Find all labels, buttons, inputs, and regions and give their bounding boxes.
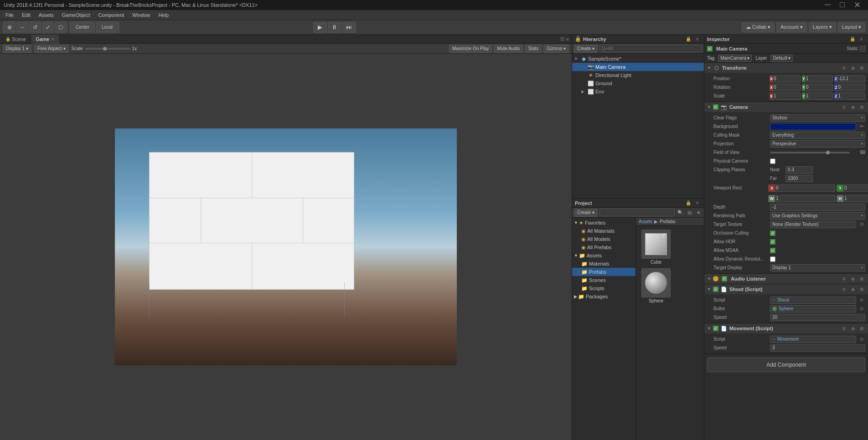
minimize-btn[interactable]: ─ [825, 0, 831, 10]
gizmos-dropdown[interactable]: Gizmos ▾ [543, 45, 569, 53]
shoot-speed-input[interactable] [770, 314, 865, 321]
tool-scale[interactable]: ⤢ [42, 22, 54, 32]
movement-settings-icon[interactable]: ⚙ [858, 325, 865, 332]
clipping-near-input[interactable] [785, 166, 813, 174]
movement-header[interactable]: ▼ ✓ 📄 Movement (Script) ⎘ ⊕ ⚙ [704, 323, 868, 333]
close-btn[interactable]: ✕ [854, 0, 861, 10]
filter-icon[interactable]: ▤ [686, 209, 693, 216]
display-dropdown[interactable]: Display 1 ▾ [3, 45, 31, 53]
project-item-materials[interactable]: 📁 Materials [572, 260, 636, 268]
center-btn[interactable]: Center [70, 22, 95, 32]
scale-y-field[interactable]: Y [802, 92, 833, 100]
tab-game[interactable]: Game ✕ [31, 35, 60, 44]
rendering-path-dropdown[interactable]: Use Graphics Settings ▾ [770, 212, 865, 220]
account-btn[interactable]: Account ▾ [776, 22, 807, 32]
position-z-field[interactable]: Z [834, 75, 865, 82]
rotation-x-input[interactable] [773, 85, 801, 90]
movement-script-pick-icon[interactable]: ⊙ [858, 336, 865, 343]
stats-btn[interactable]: Stats [525, 45, 542, 53]
shoot-paste-icon[interactable]: ⊕ [849, 286, 857, 293]
shoot-script-pick-icon[interactable]: ⊙ [858, 297, 865, 304]
project-item-allmaterials[interactable]: ◉ All Materials [572, 227, 636, 235]
tag-dropdown[interactable]: MainCamera ▾ [718, 55, 752, 62]
project-item-packages[interactable]: ▶ 📁 Packages [572, 292, 636, 301]
position-x-field[interactable]: X [770, 75, 801, 82]
layer-dropdown[interactable]: Default ▾ [770, 55, 793, 62]
target-display-dropdown[interactable]: Display 1 ▾ [770, 264, 865, 271]
background-edit-icon[interactable]: ✏ [858, 123, 865, 130]
depth-input[interactable] [770, 204, 865, 211]
project-item-allmodels[interactable]: ◉ All Models [572, 235, 636, 243]
tab-close-icon[interactable]: ✕ [51, 37, 55, 41]
transform-header[interactable]: ▼ ⬡ Transform ⎘ ⊕ ⚙ [704, 63, 868, 73]
hierarchy-search-input[interactable] [599, 45, 702, 52]
step-btn[interactable]: ⏭ [342, 22, 356, 33]
scale-slider[interactable] [85, 48, 130, 50]
pause-btn[interactable]: ⏸ [328, 22, 341, 33]
hierarchy-item-maincamera[interactable]: 📷 Main Camera [572, 63, 704, 71]
bullet-pick-icon[interactable]: ⊙ [858, 305, 865, 312]
scale-x-field[interactable]: X [770, 92, 801, 100]
occlusion-culling-checkbox[interactable]: ✓ [770, 230, 775, 236]
menu-window[interactable]: Window [129, 11, 154, 19]
menu-edit[interactable]: Edit [18, 11, 34, 19]
obj-enabled-checkbox[interactable]: ✓ [707, 46, 713, 51]
culling-mask-dropdown[interactable]: Everything ▾ [770, 132, 865, 139]
project-item-assets[interactable]: ▼ 📁 Assets [572, 251, 636, 260]
viewport-y-input[interactable] [843, 185, 868, 190]
audio-listener-header[interactable]: ▼ ✓ Audio Listener ⎘ ⊕ ⚙ [704, 274, 868, 284]
viewport-x-input[interactable] [775, 185, 835, 190]
fov-slider[interactable] [770, 152, 850, 153]
bullet-ref[interactable]: Sphere [770, 305, 856, 312]
project-lock-icon[interactable]: 🔒 [685, 200, 692, 207]
asset-item-cube[interactable]: Cube [640, 230, 672, 265]
position-z-input[interactable] [837, 76, 866, 81]
audio-copy-icon[interactable]: ⎘ [841, 275, 848, 282]
movement-speed-input[interactable] [770, 344, 865, 352]
layout-btn[interactable]: Layout ▾ [838, 22, 865, 32]
camera-settings-icon[interactable]: ⚙ [858, 103, 865, 111]
audio-paste-icon[interactable]: ⊕ [849, 275, 857, 282]
position-y-input[interactable] [805, 76, 833, 81]
viewport-y-field[interactable]: Y [837, 184, 868, 192]
physical-camera-checkbox[interactable] [770, 159, 775, 164]
viewport-h-field[interactable]: H [837, 195, 868, 202]
viewport-w-input[interactable] [775, 196, 835, 201]
menu-help[interactable]: Help [155, 11, 172, 19]
mute-audio-btn[interactable]: Mute Audio [494, 45, 523, 53]
breadcrumb-prefabs[interactable]: Prefabs [660, 219, 675, 224]
shoot-enabled-checkbox[interactable]: ✓ [713, 287, 718, 292]
hierarchy-item-ground[interactable]: ⬜ Ground [572, 79, 704, 87]
audio-listener-checkbox[interactable]: ✓ [722, 276, 727, 281]
clipping-far-input[interactable] [785, 175, 813, 182]
transform-copy-icon[interactable]: ⎘ [841, 64, 848, 72]
menu-gameobject[interactable]: GameObject [58, 11, 94, 19]
project-create-btn[interactable]: Create ▾ [574, 209, 598, 217]
panel-maximize-icon[interactable]: ⊡ [560, 36, 564, 42]
allow-msaa-checkbox[interactable]: ✓ [770, 248, 775, 253]
tool-rect[interactable]: ⬡ [55, 22, 67, 32]
camera-enabled-checkbox[interactable]: ✓ [713, 104, 718, 110]
project-item-favorites[interactable]: ▼ ★ Favorites [572, 219, 636, 227]
tool-translate[interactable]: ↔ [16, 22, 28, 32]
project-item-prefabs[interactable]: 📁 Prefabs [572, 268, 636, 276]
viewport-w-field[interactable]: W [768, 195, 835, 202]
scale-z-input[interactable] [837, 93, 866, 98]
star-icon[interactable]: ★ [695, 209, 702, 216]
search-icon[interactable]: 🔍 [677, 209, 684, 216]
movement-copy-icon[interactable]: ⎘ [841, 325, 848, 332]
static-checkbox[interactable] [860, 46, 865, 51]
inspector-menu-icon[interactable]: ≡ [858, 36, 865, 43]
project-search-input[interactable] [599, 209, 675, 216]
add-component-button[interactable]: Add Component [707, 358, 865, 372]
maximize-on-play-btn[interactable]: Maximize On Play [449, 45, 492, 53]
layers-btn[interactable]: Layers ▾ [809, 22, 836, 32]
shoot-copy-icon[interactable]: ⎘ [841, 286, 848, 293]
hierarchy-menu-icon[interactable]: ≡ [694, 36, 701, 43]
inspector-lock-icon[interactable]: 🔒 [849, 36, 856, 43]
shoot-script-ref[interactable]: ─ Shoot [770, 297, 856, 304]
hierarchy-item-dirlight[interactable]: ☀ Directional Light [572, 71, 704, 79]
audio-settings-icon[interactable]: ⚙ [858, 275, 865, 282]
projection-dropdown[interactable]: Perspective ▾ [770, 140, 865, 148]
aspect-dropdown[interactable]: Free Aspect ▾ [34, 45, 68, 53]
